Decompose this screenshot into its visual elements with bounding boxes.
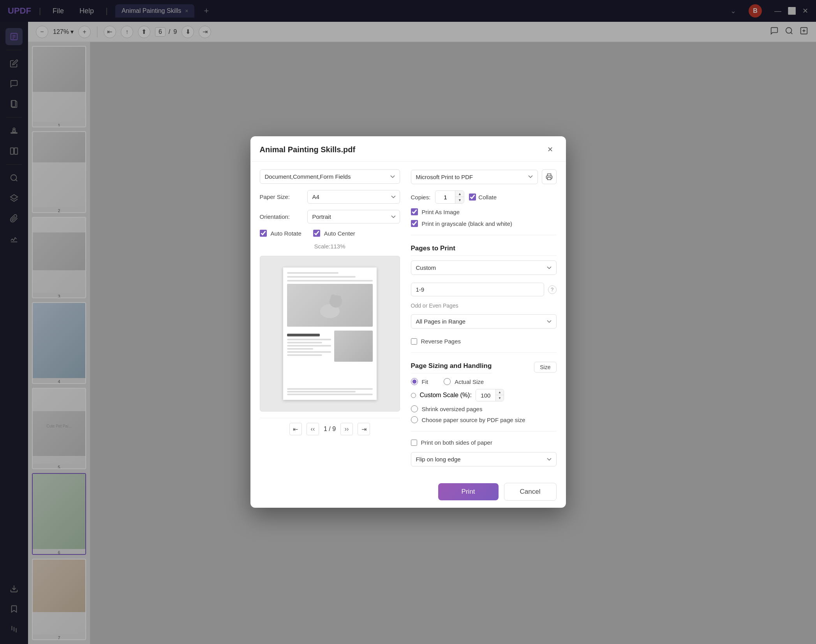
page-indicator-display: 1 / 9 (324, 426, 336, 433)
printer-properties-button[interactable] (542, 169, 557, 184)
preview-btxt-3 (287, 394, 373, 395)
auto-rotate-checkbox[interactable] (260, 230, 267, 237)
print-as-image-row: Print As Image (411, 208, 557, 215)
collate-label: Collate (469, 194, 497, 201)
dialog-page-current: 1 (324, 426, 327, 432)
first-page-nav[interactable]: ⇤ (289, 423, 302, 435)
dialog-left-panel: Document,Comment,Form Fields Document Do… (260, 169, 400, 470)
scale-decrement-button[interactable]: ▼ (496, 395, 504, 401)
custom-scale-row: Custom Scale (%): ▲ ▼ (411, 389, 557, 401)
shrink-label: Shrink oversized pages (422, 406, 483, 412)
svg-point-16 (331, 294, 335, 301)
copies-increment-button[interactable]: ▲ (455, 191, 464, 197)
preview-text-d (287, 348, 314, 350)
auto-rotate-row: Auto Rotate (260, 230, 301, 237)
dialog-close-button[interactable]: ✕ (544, 143, 557, 156)
auto-center-label: Auto Center (324, 230, 355, 237)
actual-size-radio[interactable] (444, 378, 451, 385)
preview-split-section (287, 331, 373, 384)
preview-line-1 (287, 272, 338, 274)
copies-decrement-button[interactable]: ▼ (455, 197, 464, 203)
fit-radio[interactable] (411, 378, 418, 385)
print-as-image-checkbox[interactable] (411, 208, 418, 215)
dialog-actions: Print Cancel (250, 477, 566, 508)
choose-paper-radio[interactable] (411, 416, 418, 423)
paper-size-select[interactable]: A4 Letter Legal A3 (307, 190, 400, 204)
prev-page-nav[interactable]: ‹‹ (307, 423, 319, 435)
dialog-title: Animal Painting Skills.pdf (260, 145, 356, 154)
scale-value-input[interactable] (476, 390, 495, 401)
content-type-select[interactable]: Document,Comment,Form Fields Document Do… (260, 169, 400, 184)
preview-line-2 (287, 276, 356, 278)
svg-point-17 (337, 296, 341, 301)
shrink-radio[interactable] (411, 405, 418, 412)
both-sides-checkbox[interactable] (411, 440, 417, 446)
choose-paper-label: Choose paper source by PDF page size (422, 417, 525, 423)
preview-bottom-text (287, 388, 373, 395)
pages-to-print-header: Pages to Print (411, 245, 557, 256)
preview-btxt-1 (287, 388, 373, 390)
dialog-page-sep: / (329, 426, 332, 432)
preview-top-image (287, 284, 373, 327)
divider-2 (411, 352, 557, 353)
preview-area (260, 256, 400, 412)
auto-rotate-label: Auto Rotate (271, 230, 301, 237)
next-page-nav[interactable]: ›› (340, 423, 353, 435)
copies-input[interactable] (435, 192, 455, 203)
copies-spinners: ▲ ▼ (455, 191, 464, 203)
copies-label: Copies: (411, 194, 431, 201)
print-as-image-label: Print As Image (422, 209, 460, 215)
preview-text-c (287, 345, 331, 347)
pages-help-icon[interactable]: ? (548, 285, 557, 294)
reverse-pages-checkbox[interactable] (411, 338, 417, 345)
size-mode-button[interactable]: Size (534, 362, 556, 373)
last-page-nav[interactable]: ⇥ (358, 423, 370, 435)
preview-heading (287, 334, 320, 336)
dialog-header: Animal Painting Skills.pdf ✕ (250, 136, 566, 162)
pages-range-input[interactable] (411, 283, 544, 296)
scale-increment-button[interactable]: ▲ (496, 389, 504, 395)
choose-paper-radio-row: Choose paper source by PDF page size (411, 416, 557, 423)
both-sides-label: Print on both sides of paper (421, 439, 492, 446)
preview-bottom-section (287, 388, 373, 395)
custom-scale-radio[interactable] (411, 393, 416, 398)
print-grayscale-label: Print in grayscale (black and white) (422, 220, 513, 227)
scale-spinners: ▲ ▼ (495, 389, 504, 401)
orientation-select[interactable]: Portrait Landscape (307, 210, 400, 223)
odd-even-select[interactable]: All Pages in Range Odd Pages Only Even P… (411, 314, 557, 329)
reverse-pages-label: Reverse Pages (421, 338, 461, 345)
fit-label: Fit (422, 378, 428, 385)
preview-btxt-2 (287, 391, 356, 392)
dialog-pagination: ⇤ ‹‹ 1 / 9 ›› ⇥ (260, 418, 400, 440)
collate-checkbox[interactable] (469, 194, 476, 201)
shrink-radio-row: Shrink oversized pages (411, 405, 557, 412)
dialog-page-total: 9 (332, 426, 336, 432)
auto-center-checkbox[interactable] (313, 230, 320, 237)
copies-row: Copies: ▲ ▼ Collate (411, 190, 557, 204)
custom-scale-label: Custom Scale (%): (420, 392, 472, 399)
print-button[interactable]: Print (438, 483, 499, 500)
page-sizing-header-row: Page Sizing and Handling Size (411, 361, 557, 373)
printer-select[interactable]: Microsoft Print to PDF Adobe PDF OneNote (411, 170, 538, 184)
collate-text: Collate (478, 194, 497, 201)
print-dialog: Animal Painting Skills.pdf ✕ Document,Co… (250, 136, 566, 508)
auto-center-row: Auto Center (313, 230, 355, 237)
scale-info: Scale:113% (260, 243, 400, 250)
preview-line-3 (287, 280, 373, 282)
print-grayscale-row: Print in grayscale (black and white) (411, 220, 557, 227)
paper-size-row: Paper Size: A4 Letter Legal A3 (260, 190, 400, 204)
preview-page-inner (283, 267, 377, 400)
preview-text-e (287, 351, 331, 353)
copies-input-group: ▲ ▼ (435, 190, 464, 204)
print-grayscale-checkbox[interactable] (411, 220, 418, 227)
divider-3 (411, 431, 557, 431)
paper-size-label: Paper Size: (260, 194, 303, 200)
page-sizing-header: Page Sizing and Handling (411, 362, 492, 373)
cancel-button[interactable]: Cancel (504, 483, 557, 501)
divider-1 (411, 235, 557, 235)
preview-bottom-image (334, 331, 373, 362)
flip-edge-select[interactable]: Flip on long edge Flip on short edge (411, 452, 557, 466)
preview-text-b (287, 342, 322, 343)
pages-range-row: ? (411, 283, 557, 296)
pages-mode-select[interactable]: Custom All Current Page Odd Pages Only E… (411, 260, 557, 275)
